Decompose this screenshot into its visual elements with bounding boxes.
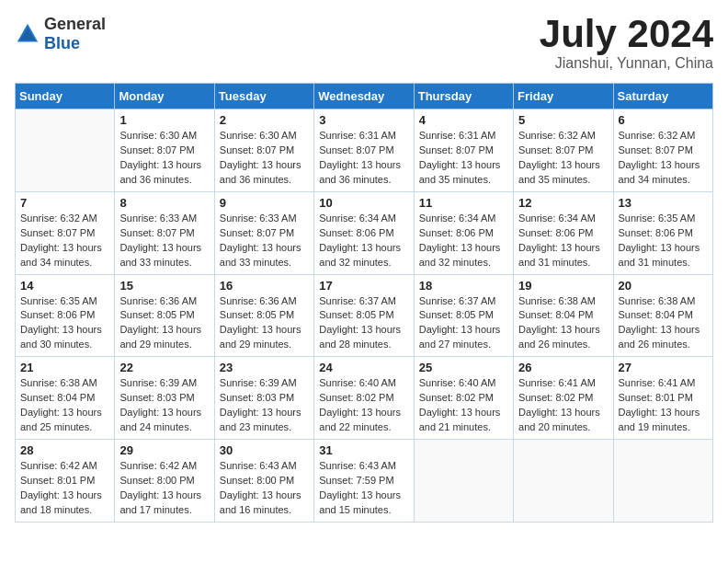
calendar-cell: 29Sunrise: 6:42 AMSunset: 8:00 PMDayligh… xyxy=(115,440,214,523)
calendar-cell: 22Sunrise: 6:39 AMSunset: 8:03 PMDayligh… xyxy=(115,357,214,440)
day-detail: Sunrise: 6:30 AMSunset: 8:07 PMDaylight:… xyxy=(220,129,309,188)
calendar-cell: 26Sunrise: 6:41 AMSunset: 8:02 PMDayligh… xyxy=(514,357,613,440)
title-month: July 2024 xyxy=(540,15,713,53)
calendar-body: 1Sunrise: 6:30 AMSunset: 8:07 PMDaylight… xyxy=(16,109,713,523)
day-detail: Sunrise: 6:31 AMSunset: 8:07 PMDaylight:… xyxy=(419,129,508,188)
day-number: 8 xyxy=(119,196,209,210)
calendar-cell: 25Sunrise: 6:40 AMSunset: 8:02 PMDayligh… xyxy=(414,357,513,440)
calendar-week-0: 1Sunrise: 6:30 AMSunset: 8:07 PMDaylight… xyxy=(16,109,713,192)
header-day-saturday: Saturday xyxy=(613,84,712,109)
calendar-cell: 24Sunrise: 6:40 AMSunset: 8:02 PMDayligh… xyxy=(314,357,414,440)
day-number: 16 xyxy=(220,279,309,293)
day-detail: Sunrise: 6:37 AMSunset: 8:05 PMDaylight:… xyxy=(419,294,508,353)
day-number: 11 xyxy=(419,196,508,210)
day-detail: Sunrise: 6:41 AMSunset: 8:02 PMDaylight:… xyxy=(518,376,608,435)
day-number: 22 xyxy=(119,361,209,374)
header-day-monday: Monday xyxy=(115,84,214,109)
day-number: 14 xyxy=(20,279,109,293)
calendar-cell: 13Sunrise: 6:35 AMSunset: 8:06 PMDayligh… xyxy=(613,191,712,274)
day-detail: Sunrise: 6:34 AMSunset: 8:06 PMDaylight:… xyxy=(319,212,408,270)
day-detail: Sunrise: 6:35 AMSunset: 8:06 PMDaylight:… xyxy=(619,212,708,270)
calendar-cell: 18Sunrise: 6:37 AMSunset: 8:05 PMDayligh… xyxy=(414,274,513,357)
day-detail: Sunrise: 6:39 AMSunset: 8:03 PMDaylight:… xyxy=(119,376,209,435)
calendar-cell: 12Sunrise: 6:34 AMSunset: 8:06 PMDayligh… xyxy=(514,191,613,274)
day-detail: Sunrise: 6:34 AMSunset: 8:06 PMDaylight:… xyxy=(419,212,508,270)
calendar-cell: 1Sunrise: 6:30 AMSunset: 8:07 PMDaylight… xyxy=(115,109,214,192)
calendar-cell: 20Sunrise: 6:38 AMSunset: 8:04 PMDayligh… xyxy=(613,274,712,357)
calendar-cell xyxy=(16,109,115,192)
day-number: 17 xyxy=(319,279,408,293)
day-detail: Sunrise: 6:41 AMSunset: 8:01 PMDaylight:… xyxy=(619,376,708,435)
day-number: 4 xyxy=(419,113,508,127)
calendar-week-2: 14Sunrise: 6:35 AMSunset: 8:06 PMDayligh… xyxy=(16,274,713,357)
day-detail: Sunrise: 6:42 AMSunset: 8:00 PMDaylight:… xyxy=(119,459,209,518)
day-number: 12 xyxy=(518,196,608,210)
day-number: 18 xyxy=(419,279,508,293)
day-number: 3 xyxy=(319,113,408,127)
logo: General Blue xyxy=(15,15,106,53)
day-number: 31 xyxy=(319,443,408,457)
title-location: Jianshui, Yunnan, China xyxy=(540,55,713,72)
day-detail: Sunrise: 6:40 AMSunset: 8:02 PMDaylight:… xyxy=(319,376,408,435)
logo-text-blue: Blue xyxy=(44,34,80,52)
day-number: 21 xyxy=(20,361,109,374)
title-block: July 2024 Jianshui, Yunnan, China xyxy=(540,15,713,72)
calendar-cell: 7Sunrise: 6:32 AMSunset: 8:07 PMDaylight… xyxy=(16,191,115,274)
day-number: 19 xyxy=(518,279,608,293)
day-detail: Sunrise: 6:43 AMSunset: 7:59 PMDaylight:… xyxy=(319,459,408,518)
calendar-cell: 3Sunrise: 6:31 AMSunset: 8:07 PMDaylight… xyxy=(314,109,414,192)
calendar-cell: 2Sunrise: 6:30 AMSunset: 8:07 PMDaylight… xyxy=(214,109,313,192)
header-day-tuesday: Tuesday xyxy=(214,84,313,109)
day-number: 20 xyxy=(619,279,708,293)
header-day-friday: Friday xyxy=(514,84,613,109)
day-detail: Sunrise: 6:36 AMSunset: 8:05 PMDaylight:… xyxy=(119,294,209,353)
day-detail: Sunrise: 6:40 AMSunset: 8:02 PMDaylight:… xyxy=(419,376,508,435)
day-number: 25 xyxy=(419,361,508,374)
calendar-cell: 9Sunrise: 6:33 AMSunset: 8:07 PMDaylight… xyxy=(214,191,313,274)
day-detail: Sunrise: 6:43 AMSunset: 8:00 PMDaylight:… xyxy=(220,459,309,518)
calendar-cell: 16Sunrise: 6:36 AMSunset: 8:05 PMDayligh… xyxy=(214,274,313,357)
header-day-sunday: Sunday xyxy=(16,84,115,109)
day-number: 6 xyxy=(619,113,708,127)
calendar-cell: 31Sunrise: 6:43 AMSunset: 7:59 PMDayligh… xyxy=(314,440,414,523)
calendar-cell: 14Sunrise: 6:35 AMSunset: 8:06 PMDayligh… xyxy=(16,274,115,357)
header-day-thursday: Thursday xyxy=(414,84,513,109)
day-number: 1 xyxy=(119,113,209,127)
day-detail: Sunrise: 6:38 AMSunset: 8:04 PMDaylight:… xyxy=(20,376,109,435)
day-detail: Sunrise: 6:37 AMSunset: 8:05 PMDaylight:… xyxy=(319,294,408,353)
day-detail: Sunrise: 6:30 AMSunset: 8:07 PMDaylight:… xyxy=(119,129,209,188)
calendar-cell: 4Sunrise: 6:31 AMSunset: 8:07 PMDaylight… xyxy=(414,109,513,192)
day-number: 9 xyxy=(220,196,309,210)
calendar-cell: 6Sunrise: 6:32 AMSunset: 8:07 PMDaylight… xyxy=(613,109,712,192)
logo-icon xyxy=(15,21,40,47)
day-number: 10 xyxy=(319,196,408,210)
calendar-table: SundayMondayTuesdayWednesdayThursdayFrid… xyxy=(15,83,713,523)
calendar-cell: 17Sunrise: 6:37 AMSunset: 8:05 PMDayligh… xyxy=(314,274,414,357)
calendar-cell: 28Sunrise: 6:42 AMSunset: 8:01 PMDayligh… xyxy=(16,440,115,523)
day-detail: Sunrise: 6:33 AMSunset: 8:07 PMDaylight:… xyxy=(119,212,209,270)
day-number: 7 xyxy=(20,196,109,210)
page-header: General Blue July 2024 Jianshui, Yunnan,… xyxy=(15,15,713,72)
header-day-wednesday: Wednesday xyxy=(314,84,414,109)
calendar-cell: 23Sunrise: 6:39 AMSunset: 8:03 PMDayligh… xyxy=(214,357,313,440)
day-number: 28 xyxy=(20,443,109,457)
calendar-cell: 27Sunrise: 6:41 AMSunset: 8:01 PMDayligh… xyxy=(613,357,712,440)
calendar-cell: 19Sunrise: 6:38 AMSunset: 8:04 PMDayligh… xyxy=(514,274,613,357)
calendar-cell: 21Sunrise: 6:38 AMSunset: 8:04 PMDayligh… xyxy=(16,357,115,440)
day-number: 26 xyxy=(518,361,608,374)
calendar-cell: 5Sunrise: 6:32 AMSunset: 8:07 PMDaylight… xyxy=(514,109,613,192)
day-detail: Sunrise: 6:39 AMSunset: 8:03 PMDaylight:… xyxy=(220,376,309,435)
day-number: 15 xyxy=(119,279,209,293)
calendar-week-4: 28Sunrise: 6:42 AMSunset: 8:01 PMDayligh… xyxy=(16,440,713,523)
calendar-cell: 30Sunrise: 6:43 AMSunset: 8:00 PMDayligh… xyxy=(214,440,313,523)
day-detail: Sunrise: 6:32 AMSunset: 8:07 PMDaylight:… xyxy=(518,129,608,188)
day-detail: Sunrise: 6:34 AMSunset: 8:06 PMDaylight:… xyxy=(518,212,608,270)
day-detail: Sunrise: 6:33 AMSunset: 8:07 PMDaylight:… xyxy=(220,212,309,270)
calendar-week-3: 21Sunrise: 6:38 AMSunset: 8:04 PMDayligh… xyxy=(16,357,713,440)
day-detail: Sunrise: 6:38 AMSunset: 8:04 PMDaylight:… xyxy=(619,294,708,353)
day-detail: Sunrise: 6:31 AMSunset: 8:07 PMDaylight:… xyxy=(319,129,408,188)
day-number: 13 xyxy=(619,196,708,210)
day-number: 2 xyxy=(220,113,309,127)
calendar-cell: 8Sunrise: 6:33 AMSunset: 8:07 PMDaylight… xyxy=(115,191,214,274)
day-detail: Sunrise: 6:42 AMSunset: 8:01 PMDaylight:… xyxy=(20,459,109,518)
